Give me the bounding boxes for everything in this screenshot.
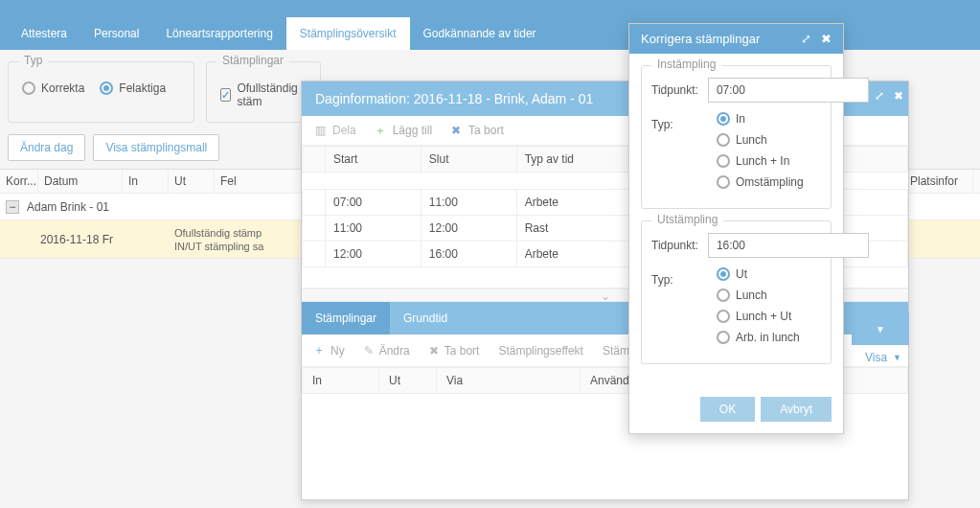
tabort-button[interactable]: ✖ Ta bort <box>429 344 480 358</box>
radio-felaktiga[interactable]: Felaktiga <box>100 81 166 95</box>
chevron-down-icon: ▼ <box>893 353 901 362</box>
ta-bort-button[interactable]: ✖ Ta bort <box>449 124 504 137</box>
typ-legend: Typ <box>18 54 48 67</box>
tab-loneartsrapportering[interactable]: Löneartsrapportering <box>152 17 285 50</box>
chevron-down-icon: ▼ <box>876 324 885 335</box>
tab-godkannande[interactable]: Godkännande av tider <box>410 17 550 50</box>
utstampling-fieldset: Utstämpling Tidpunkt: Typ: Ut Lunch <box>641 220 832 364</box>
radio-icon <box>717 289 730 302</box>
instampling-fieldset: Instämpling Tidpunkt: Typ: In Lunch <box>641 65 832 209</box>
radio-icon <box>717 310 730 323</box>
stamplingseffekt-button[interactable]: Stämplingseffekt <box>498 344 583 358</box>
tab-personal[interactable]: Personal <box>80 17 152 50</box>
radio-lunch-plus-ut[interactable]: Lunch + Ut <box>717 310 800 323</box>
close-icon[interactable]: ✖ <box>894 89 903 103</box>
radio-lunch-out[interactable]: Lunch <box>717 289 800 302</box>
cell-start: 11:00 <box>326 216 422 242</box>
radio-omstampling[interactable]: Omstämpling <box>717 175 804 189</box>
stamplingar-legend: Stämplingar <box>217 54 289 67</box>
tidpunkt-label: Tidpunkt: <box>651 78 698 97</box>
avbryt-button[interactable]: Avbryt <box>761 397 832 422</box>
typ-label: Typ: <box>651 267 707 287</box>
group-label: Adam Brink - 01 <box>27 200 109 214</box>
radio-label: Lunch <box>736 289 767 302</box>
visa-strip[interactable]: ▼ <box>852 312 909 345</box>
radio-lunch-plus-in[interactable]: Lunch + In <box>717 154 804 168</box>
radio-in[interactable]: In <box>717 112 804 126</box>
subcol-in[interactable]: In <box>303 368 379 394</box>
cell-slut: 11:00 <box>421 190 516 216</box>
tidpunkt-label: Tidpunkt: <box>651 233 698 252</box>
cell-in <box>123 236 169 243</box>
subtab-stamplingar[interactable]: Stämplingar <box>302 302 390 335</box>
ny-button[interactable]: ＋ Ny <box>313 342 345 358</box>
col-in[interactable]: In <box>123 171 169 192</box>
col-ut[interactable]: Ut <box>169 171 215 192</box>
dayinfo-title: Daginformation: 2016-11-18 - Brink, Adam… <box>315 91 593 106</box>
radio-label: Korrekta <box>41 81 84 95</box>
utstampling-legend: Utstämpling <box>651 213 723 226</box>
out-time-input[interactable] <box>708 233 869 258</box>
radio-label: Lunch + Ut <box>736 310 791 323</box>
expand-icon[interactable]: ⤢ <box>801 32 811 46</box>
radio-lunch-in[interactable]: Lunch <box>717 133 804 147</box>
typ-label: Typ: <box>651 112 707 131</box>
radio-icon <box>100 81 113 95</box>
korrigera-title: Korrigera stämplingar <box>641 32 760 46</box>
subtab-grundtid[interactable]: Grundtid <box>390 302 461 335</box>
dela-button[interactable]: ▥ Dela <box>313 124 356 137</box>
ok-button[interactable]: OK <box>700 397 755 422</box>
radio-arb-in-lunch[interactable]: Arb. in lunch <box>717 331 800 344</box>
subcol-ut[interactable]: Ut <box>379 368 437 394</box>
in-time-input[interactable] <box>708 78 869 103</box>
close-icon[interactable]: ✖ <box>821 32 832 46</box>
dela-label: Dela <box>332 124 356 137</box>
korrigera-modal: Korrigera stämplingar ⤢ ✖ Instämpling Ti… <box>628 23 844 434</box>
col-slut[interactable]: Slut <box>421 147 516 173</box>
visa-stamplingsmall-button[interactable]: Visa stämplingsmall <box>93 134 219 161</box>
radio-label: Felaktiga <box>119 81 166 95</box>
lagg-till-button[interactable]: ＋ Lägg till <box>374 124 432 137</box>
col-plats[interactable]: Platsinfor <box>904 171 973 192</box>
cell-datum: 2016-11-18 Fr <box>0 229 123 250</box>
cell-start: 07:00 <box>326 190 422 216</box>
radio-label: Omstämpling <box>736 175 804 189</box>
tab-stamplingsoversikt[interactable]: Stämplingsöversikt <box>286 17 410 50</box>
radio-label: Ut <box>736 267 747 281</box>
collapse-icon[interactable]: − <box>6 200 19 214</box>
split-icon: ▥ <box>313 124 327 137</box>
pencil-icon: ✎ <box>364 344 374 358</box>
dayinfo-window-controls: ⤢ ✖ <box>875 89 903 103</box>
ny-label: Ny <box>330 344 345 358</box>
visa-label: Visa <box>865 351 887 364</box>
ta-bort-label: Ta bort <box>468 124 504 137</box>
korrigera-footer: OK Avbryt <box>629 387 843 433</box>
cell-start: 12:00 <box>326 242 422 267</box>
radio-korrekta[interactable]: Korrekta <box>22 81 84 95</box>
checkbox-label: Ofullständig stäm <box>237 81 307 108</box>
plus-icon: ＋ <box>374 124 387 137</box>
checkbox-ofullstandig[interactable]: ✓ Ofullständig stäm <box>220 81 307 108</box>
tabort-label: Ta bort <box>444 344 480 358</box>
col-datum[interactable]: Datum <box>38 171 123 192</box>
radio-label: Lunch + In <box>736 154 789 168</box>
radio-icon <box>717 175 730 189</box>
tab-attestera[interactable]: Attestera <box>8 17 80 50</box>
andra-dag-button[interactable]: Ändra dag <box>8 134 85 161</box>
radio-ut[interactable]: Ut <box>717 267 800 281</box>
subcol-via[interactable]: Via <box>437 368 581 394</box>
visa-dropdown[interactable]: Visa ▼ <box>865 351 901 364</box>
col-start[interactable]: Start <box>326 147 422 173</box>
checkbox-icon: ✓ <box>220 88 231 102</box>
korrigera-header[interactable]: Korrigera stämplingar ⤢ ✖ <box>629 24 843 54</box>
col-handle <box>303 147 326 173</box>
x-icon: ✖ <box>449 124 463 137</box>
col-korr[interactable]: Korr... <box>0 171 38 192</box>
radio-label: Lunch <box>736 133 767 147</box>
andra-button[interactable]: ✎ Ändra <box>364 344 410 358</box>
expand-icon[interactable]: ⤢ <box>875 89 884 103</box>
typ-fieldset: Typ Korrekta Felaktiga <box>8 61 194 123</box>
instampling-legend: Instämpling <box>651 58 721 71</box>
radio-icon <box>717 154 730 168</box>
radio-icon <box>717 331 730 344</box>
